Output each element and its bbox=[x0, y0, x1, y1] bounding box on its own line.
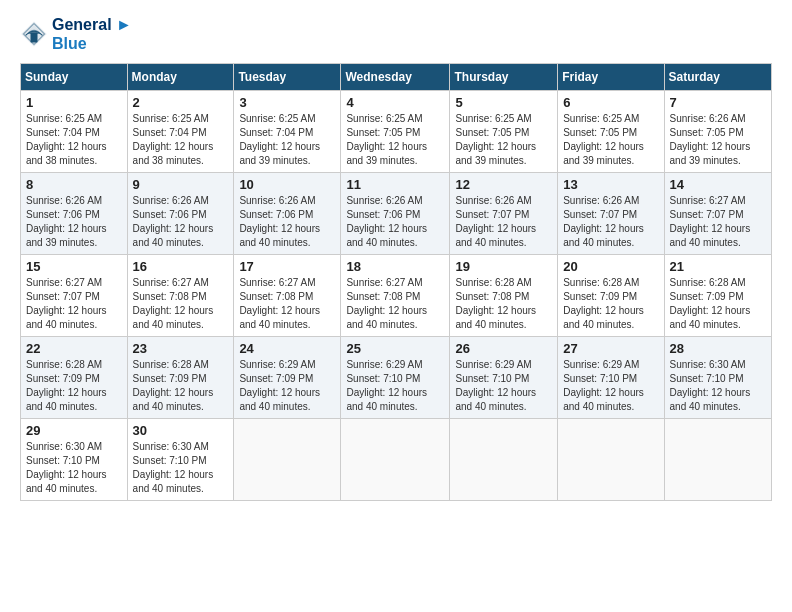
sunset-label: Sunset: 7:07 PM bbox=[563, 209, 637, 220]
sunset-label: Sunset: 7:08 PM bbox=[133, 291, 207, 302]
day-info: Sunrise: 6:27 AM Sunset: 7:08 PM Dayligh… bbox=[239, 276, 335, 332]
sunrise-label: Sunrise: 6:26 AM bbox=[346, 195, 422, 206]
day-number: 13 bbox=[563, 177, 658, 192]
daylight-label: Daylight: 12 hours and 39 minutes. bbox=[455, 141, 536, 166]
day-number: 3 bbox=[239, 95, 335, 110]
day-number: 24 bbox=[239, 341, 335, 356]
daylight-label: Daylight: 12 hours and 39 minutes. bbox=[26, 223, 107, 248]
day-number: 1 bbox=[26, 95, 122, 110]
calendar-cell: 18 Sunrise: 6:27 AM Sunset: 7:08 PM Dayl… bbox=[341, 255, 450, 337]
sunset-label: Sunset: 7:06 PM bbox=[133, 209, 207, 220]
daylight-label: Daylight: 12 hours and 40 minutes. bbox=[670, 387, 751, 412]
sunset-label: Sunset: 7:10 PM bbox=[670, 373, 744, 384]
sunrise-label: Sunrise: 6:29 AM bbox=[346, 359, 422, 370]
calendar-cell: 28 Sunrise: 6:30 AM Sunset: 7:10 PM Dayl… bbox=[664, 337, 771, 419]
day-info: Sunrise: 6:30 AM Sunset: 7:10 PM Dayligh… bbox=[133, 440, 229, 496]
day-info: Sunrise: 6:26 AM Sunset: 7:06 PM Dayligh… bbox=[239, 194, 335, 250]
sunrise-label: Sunrise: 6:29 AM bbox=[455, 359, 531, 370]
sunrise-label: Sunrise: 6:27 AM bbox=[133, 277, 209, 288]
sunrise-label: Sunrise: 6:28 AM bbox=[670, 277, 746, 288]
calendar-cell bbox=[558, 419, 664, 501]
daylight-label: Daylight: 12 hours and 40 minutes. bbox=[455, 387, 536, 412]
day-info: Sunrise: 6:26 AM Sunset: 7:05 PM Dayligh… bbox=[670, 112, 766, 168]
header-cell-sunday: Sunday bbox=[21, 64, 128, 91]
sunrise-label: Sunrise: 6:25 AM bbox=[346, 113, 422, 124]
day-number: 29 bbox=[26, 423, 122, 438]
day-info: Sunrise: 6:26 AM Sunset: 7:07 PM Dayligh… bbox=[455, 194, 552, 250]
day-info: Sunrise: 6:28 AM Sunset: 7:09 PM Dayligh… bbox=[133, 358, 229, 414]
calendar-cell: 17 Sunrise: 6:27 AM Sunset: 7:08 PM Dayl… bbox=[234, 255, 341, 337]
calendar-table: SundayMondayTuesdayWednesdayThursdayFrid… bbox=[20, 63, 772, 501]
sunrise-label: Sunrise: 6:27 AM bbox=[239, 277, 315, 288]
daylight-label: Daylight: 12 hours and 39 minutes. bbox=[670, 141, 751, 166]
day-info: Sunrise: 6:27 AM Sunset: 7:07 PM Dayligh… bbox=[26, 276, 122, 332]
sunset-label: Sunset: 7:09 PM bbox=[239, 373, 313, 384]
daylight-label: Daylight: 12 hours and 39 minutes. bbox=[346, 141, 427, 166]
header-cell-thursday: Thursday bbox=[450, 64, 558, 91]
calendar-cell: 8 Sunrise: 6:26 AM Sunset: 7:06 PM Dayli… bbox=[21, 173, 128, 255]
page: General ► Blue SundayMondayTuesdayWednes… bbox=[0, 0, 792, 612]
header-cell-friday: Friday bbox=[558, 64, 664, 91]
calendar-cell bbox=[450, 419, 558, 501]
day-info: Sunrise: 6:29 AM Sunset: 7:10 PM Dayligh… bbox=[455, 358, 552, 414]
day-number: 6 bbox=[563, 95, 658, 110]
calendar-cell: 15 Sunrise: 6:27 AM Sunset: 7:07 PM Dayl… bbox=[21, 255, 128, 337]
day-info: Sunrise: 6:25 AM Sunset: 7:05 PM Dayligh… bbox=[563, 112, 658, 168]
sunrise-label: Sunrise: 6:28 AM bbox=[133, 359, 209, 370]
day-info: Sunrise: 6:29 AM Sunset: 7:10 PM Dayligh… bbox=[563, 358, 658, 414]
calendar-cell: 2 Sunrise: 6:25 AM Sunset: 7:04 PM Dayli… bbox=[127, 91, 234, 173]
day-info: Sunrise: 6:29 AM Sunset: 7:10 PM Dayligh… bbox=[346, 358, 444, 414]
day-info: Sunrise: 6:25 AM Sunset: 7:04 PM Dayligh… bbox=[26, 112, 122, 168]
day-number: 2 bbox=[133, 95, 229, 110]
sunrise-label: Sunrise: 6:25 AM bbox=[26, 113, 102, 124]
calendar-cell: 16 Sunrise: 6:27 AM Sunset: 7:08 PM Dayl… bbox=[127, 255, 234, 337]
sunrise-label: Sunrise: 6:25 AM bbox=[239, 113, 315, 124]
sunset-label: Sunset: 7:09 PM bbox=[26, 373, 100, 384]
daylight-label: Daylight: 12 hours and 40 minutes. bbox=[563, 223, 644, 248]
calendar-cell: 3 Sunrise: 6:25 AM Sunset: 7:04 PM Dayli… bbox=[234, 91, 341, 173]
sunrise-label: Sunrise: 6:30 AM bbox=[670, 359, 746, 370]
sunrise-label: Sunrise: 6:29 AM bbox=[239, 359, 315, 370]
day-info: Sunrise: 6:26 AM Sunset: 7:06 PM Dayligh… bbox=[26, 194, 122, 250]
day-number: 30 bbox=[133, 423, 229, 438]
header: General ► Blue bbox=[20, 15, 772, 53]
calendar-cell: 20 Sunrise: 6:28 AM Sunset: 7:09 PM Dayl… bbox=[558, 255, 664, 337]
day-info: Sunrise: 6:26 AM Sunset: 7:06 PM Dayligh… bbox=[133, 194, 229, 250]
calendar-cell: 23 Sunrise: 6:28 AM Sunset: 7:09 PM Dayl… bbox=[127, 337, 234, 419]
sunset-label: Sunset: 7:07 PM bbox=[455, 209, 529, 220]
day-number: 17 bbox=[239, 259, 335, 274]
sunset-label: Sunset: 7:04 PM bbox=[26, 127, 100, 138]
sunset-label: Sunset: 7:07 PM bbox=[26, 291, 100, 302]
day-number: 25 bbox=[346, 341, 444, 356]
sunrise-label: Sunrise: 6:25 AM bbox=[133, 113, 209, 124]
daylight-label: Daylight: 12 hours and 38 minutes. bbox=[26, 141, 107, 166]
sunset-label: Sunset: 7:08 PM bbox=[455, 291, 529, 302]
calendar-cell: 11 Sunrise: 6:26 AM Sunset: 7:06 PM Dayl… bbox=[341, 173, 450, 255]
calendar-cell bbox=[664, 419, 771, 501]
day-info: Sunrise: 6:26 AM Sunset: 7:06 PM Dayligh… bbox=[346, 194, 444, 250]
daylight-label: Daylight: 12 hours and 40 minutes. bbox=[563, 305, 644, 330]
logo: General ► Blue bbox=[20, 15, 132, 53]
day-info: Sunrise: 6:26 AM Sunset: 7:07 PM Dayligh… bbox=[563, 194, 658, 250]
sunset-label: Sunset: 7:05 PM bbox=[455, 127, 529, 138]
calendar-cell: 6 Sunrise: 6:25 AM Sunset: 7:05 PM Dayli… bbox=[558, 91, 664, 173]
daylight-label: Daylight: 12 hours and 40 minutes. bbox=[26, 387, 107, 412]
day-number: 15 bbox=[26, 259, 122, 274]
day-number: 8 bbox=[26, 177, 122, 192]
calendar-week-1: 1 Sunrise: 6:25 AM Sunset: 7:04 PM Dayli… bbox=[21, 91, 772, 173]
day-info: Sunrise: 6:27 AM Sunset: 7:08 PM Dayligh… bbox=[133, 276, 229, 332]
day-info: Sunrise: 6:25 AM Sunset: 7:04 PM Dayligh… bbox=[133, 112, 229, 168]
sunset-label: Sunset: 7:08 PM bbox=[239, 291, 313, 302]
day-number: 22 bbox=[26, 341, 122, 356]
daylight-label: Daylight: 12 hours and 38 minutes. bbox=[133, 141, 214, 166]
calendar-header-row: SundayMondayTuesdayWednesdayThursdayFrid… bbox=[21, 64, 772, 91]
daylight-label: Daylight: 12 hours and 40 minutes. bbox=[26, 305, 107, 330]
daylight-label: Daylight: 12 hours and 40 minutes. bbox=[26, 469, 107, 494]
daylight-label: Daylight: 12 hours and 40 minutes. bbox=[133, 387, 214, 412]
sunset-label: Sunset: 7:05 PM bbox=[346, 127, 420, 138]
calendar-cell: 26 Sunrise: 6:29 AM Sunset: 7:10 PM Dayl… bbox=[450, 337, 558, 419]
daylight-label: Daylight: 12 hours and 39 minutes. bbox=[563, 141, 644, 166]
sunset-label: Sunset: 7:06 PM bbox=[26, 209, 100, 220]
daylight-label: Daylight: 12 hours and 40 minutes. bbox=[133, 305, 214, 330]
calendar-cell: 12 Sunrise: 6:26 AM Sunset: 7:07 PM Dayl… bbox=[450, 173, 558, 255]
